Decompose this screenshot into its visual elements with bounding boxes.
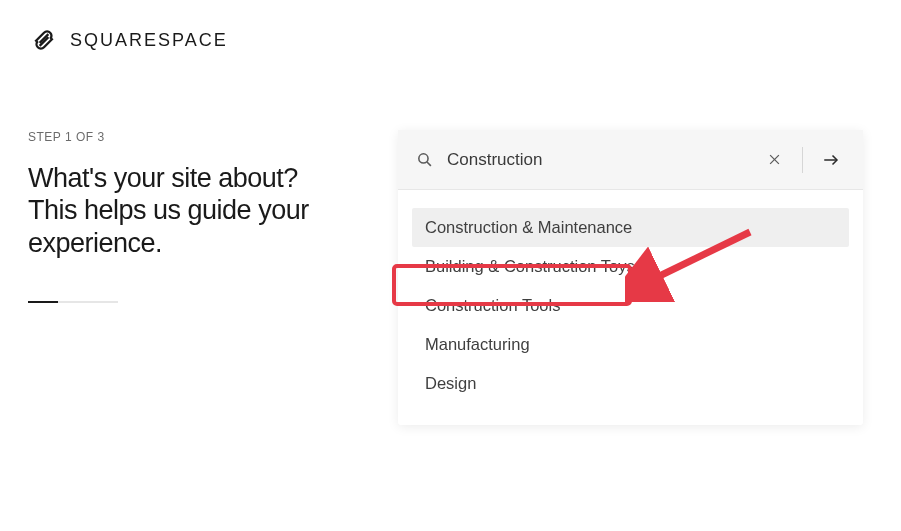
svg-line-1 — [427, 162, 431, 166]
header: SQUARESPACE — [0, 0, 901, 80]
search-input[interactable] — [447, 150, 760, 170]
progress-fill — [28, 301, 58, 303]
search-icon — [416, 151, 433, 168]
intro-column: STEP 1 OF 3 What's your site about? This… — [28, 130, 328, 425]
brand-logo[interactable]: SQUARESPACE — [28, 24, 228, 56]
suggestion-item[interactable]: Manufacturing — [412, 325, 849, 364]
suggestion-item[interactable]: Construction Tools — [412, 286, 849, 325]
next-button[interactable] — [817, 146, 845, 174]
squarespace-logo-icon — [28, 24, 60, 56]
search-panel: Construction & MaintenanceBuilding & Con… — [398, 130, 863, 425]
search-bar — [398, 130, 863, 190]
suggestion-item[interactable]: Construction & Maintenance — [412, 208, 849, 247]
suggestion-item[interactable]: Building & Construction Toys — [412, 247, 849, 286]
main-content: STEP 1 OF 3 What's your site about? This… — [0, 80, 901, 425]
step-indicator: STEP 1 OF 3 — [28, 130, 328, 144]
suggestion-item[interactable]: Design — [412, 364, 849, 403]
clear-button[interactable] — [760, 146, 788, 174]
suggestions-dropdown: Construction & MaintenanceBuilding & Con… — [398, 190, 863, 425]
page-headline: What's your site about? This helps us gu… — [28, 162, 328, 259]
progress-bar — [28, 301, 118, 303]
search-column: Construction & MaintenanceBuilding & Con… — [398, 130, 863, 425]
svg-point-0 — [419, 154, 428, 163]
divider — [802, 147, 803, 173]
brand-name: SQUARESPACE — [70, 30, 228, 51]
